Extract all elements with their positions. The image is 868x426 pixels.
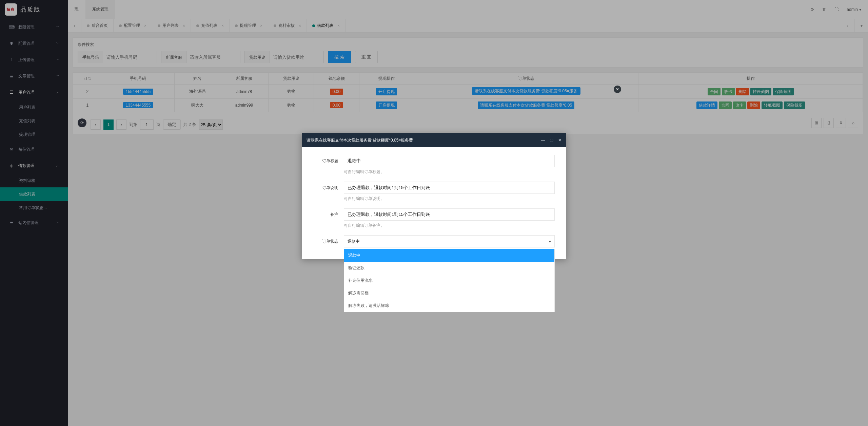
modal-minimize-button[interactable]: — [541,138,545,143]
modal-title: 请联系在线客服支付本次贷款服务费 贷款额度*0.05=服务费 [307,137,413,143]
chevron-down-icon: ▾ [549,239,551,244]
field-remark-label: 备注 [313,208,344,221]
field-desc-label: 订单说明 [313,182,344,194]
status-option[interactable]: 解冻失败，请激活解冻 [344,299,554,312]
field-remark-hint: 可自行编辑订单备注。 [344,223,555,228]
field-remark-input[interactable] [344,208,555,221]
status-option[interactable]: 验证还款 [344,262,554,274]
field-status-label: 订单状态 [313,235,344,247]
order-status-modal: 请联系在线客服支付本次贷款服务费 贷款额度*0.05=服务费 — ▢ ✕ 订单标… [302,133,566,259]
status-option[interactable]: 解冻需回档 [344,287,554,299]
tour-close-button[interactable]: ✕ [614,86,621,93]
modal-body: 订单标题 可自行编辑订单标题。 订单说明 可自行编辑订单说明。 备注 可自行编辑… [302,147,566,259]
status-select-value: 退款中 [348,239,360,244]
modal-close-button[interactable]: ✕ [558,138,561,143]
field-title-label: 订单标题 [313,155,344,167]
status-option[interactable]: 退款中 [344,249,554,262]
field-desc-hint: 可自行编辑订单说明。 [344,196,555,202]
status-dropdown: 退款中 验证还款 补充信用流水 解冻需回档 解冻失败，请激活解冻 [344,249,555,312]
modal-header[interactable]: 请联系在线客服支付本次贷款服务费 贷款额度*0.05=服务费 — ▢ ✕ [302,133,566,147]
status-select[interactable]: 退款中 ▾ [344,235,555,247]
modal-maximize-button[interactable]: ▢ [550,138,553,143]
field-title-hint: 可自行编辑订单标题。 [344,169,555,175]
status-option[interactable]: 补充信用流水 [344,274,554,287]
field-desc-input[interactable] [344,182,555,194]
field-title-input[interactable] [344,155,555,167]
